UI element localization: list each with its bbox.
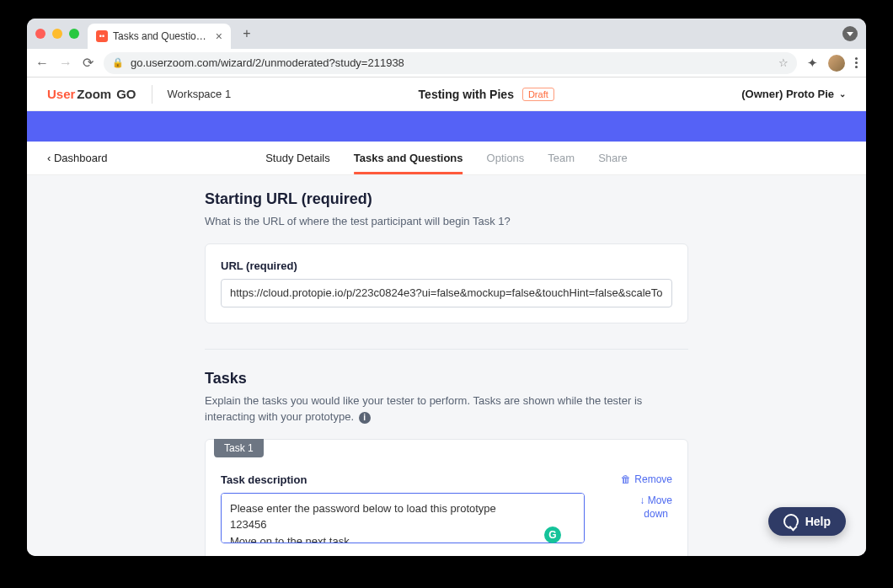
tab-share[interactable]: Share [598,142,628,174]
app-viewport: UserZoom GO Workspace 1 Testing with Pie… [27,78,866,556]
study-title: Testing with Pies [419,88,514,101]
tasks-section: Tasks Explain the tasks you would like y… [205,370,688,557]
forward-button[interactable]: → [59,56,72,71]
tasks-desc: Explain the tasks you would like your te… [205,393,688,425]
new-tab-button[interactable]: + [236,23,258,45]
study-title-area: Testing with Pies Draft [231,88,741,101]
tab-close-icon[interactable]: × [216,29,222,43]
help-bubble-icon [783,514,799,529]
back-button[interactable]: ← [35,56,49,71]
star-icon[interactable]: ☆ [778,56,789,69]
tab-overflow-button[interactable] [842,26,858,41]
tab-team[interactable]: Team [548,142,575,174]
tab-favicon: •• [96,30,108,42]
draft-badge: Draft [522,88,554,101]
nav-tabs: Study Details Tasks and Questions Option… [265,142,628,174]
help-button[interactable]: Help [768,507,846,536]
task-description-input[interactable] [221,493,585,543]
starting-url-section: Starting URL (required) What is the URL … [205,190,688,323]
window-close-button[interactable] [35,29,45,39]
address-bar[interactable]: 🔒 go.userzoom.com/wizard/2/unmoderated?s… [104,52,797,74]
grammarly-icon[interactable]: G [544,527,561,543]
browser-tab-strip: •• Tasks and Questions - UserZo… × + [27,19,866,49]
divider [152,85,152,104]
logo-part-user: User [47,87,75,101]
url-field-label: URL (required) [221,259,672,272]
tab-options[interactable]: Options [487,142,525,174]
tab-tasks-questions[interactable]: Tasks and Questions [354,142,463,174]
task-1-card: Task 1 Task description G Start task on … [205,439,688,557]
task-1-badge: Task 1 [214,439,264,457]
progress-bar [27,111,866,142]
remove-task-link[interactable]: 🗑 Remove [621,473,672,485]
url-text: go.userzoom.com/wizard/2/unmoderated?stu… [131,56,404,69]
back-to-dashboard-link[interactable]: ‹ Dashboard [47,152,108,164]
section-divider [205,349,688,350]
workspace-label[interactable]: Workspace 1 [168,88,232,100]
trash-icon: 🗑 [621,473,631,485]
logo-part-go: GO [116,87,136,101]
help-label: Help [805,515,831,528]
tasks-title: Tasks [205,370,688,388]
app-logo[interactable]: UserZoom GO [47,87,136,101]
tab-study-details[interactable]: Study Details [265,142,330,174]
arrow-down-icon: ↓ [639,494,644,506]
browser-tab[interactable]: •• Tasks and Questions - UserZo… × [88,24,231,49]
browser-menu-button[interactable] [855,57,858,68]
sub-nav: ‹ Dashboard Study Details Tasks and Ques… [27,142,866,175]
app-header: UserZoom GO Workspace 1 Testing with Pie… [27,78,866,111]
lock-icon: 🔒 [112,57,124,68]
window-maximize-button[interactable] [69,29,79,39]
chevron-down-icon: ⌄ [839,89,846,99]
logo-part-zoom: Zoom [77,87,111,101]
browser-toolbar: ← → ⟳ 🔒 go.userzoom.com/wizard/2/unmoder… [27,49,866,78]
tab-title: Tasks and Questions - UserZo… [113,30,211,42]
starting-url-desc: What is the URL of where the test partic… [205,213,688,230]
move-down-link[interactable]: ↓ Move down [639,494,672,522]
info-icon[interactable]: i [359,412,371,424]
reload-button[interactable]: ⟳ [83,55,94,71]
starting-url-title: Starting URL (required) [205,190,688,208]
owner-label: (Owner) Proto Pie [741,88,834,100]
starting-url-card: URL (required) [205,243,688,323]
task-desc-label: Task description [221,473,585,486]
main-content: Starting URL (required) What is the URL … [27,175,866,556]
window-controls [35,29,79,39]
owner-dropdown[interactable]: (Owner) Proto Pie ⌄ [741,88,846,100]
extensions-icon[interactable]: ✦ [807,56,818,71]
browser-window: •• Tasks and Questions - UserZo… × + ← →… [27,19,866,556]
window-minimize-button[interactable] [52,29,62,39]
profile-avatar[interactable] [828,55,845,72]
starting-url-input[interactable] [221,279,672,307]
